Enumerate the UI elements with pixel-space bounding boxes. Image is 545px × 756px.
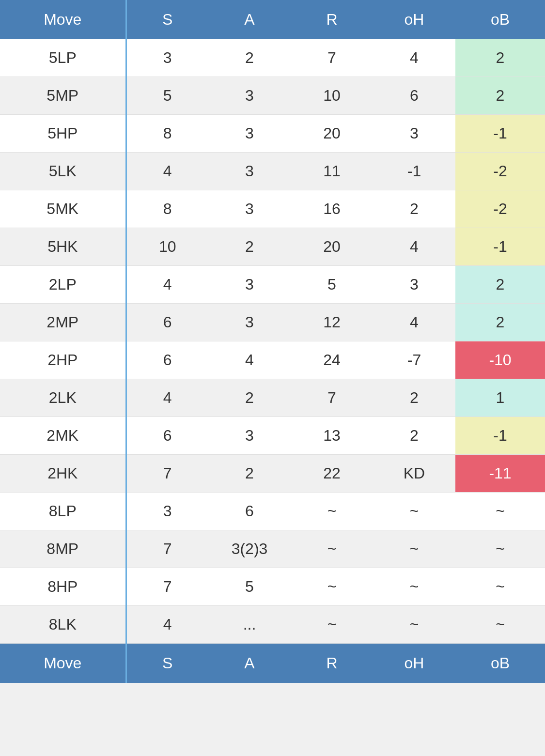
cell-oh: 3 bbox=[373, 115, 455, 153]
cell-a: 4 bbox=[208, 341, 291, 379]
cell-r: ~ bbox=[291, 606, 373, 644]
footer-row: Move S A R oH oB bbox=[0, 644, 545, 683]
cell-ob: -2 bbox=[455, 153, 545, 190]
header-oh: oH bbox=[373, 0, 455, 39]
cell-r: 11 bbox=[291, 153, 373, 190]
table-row: 8HP75~~~ bbox=[0, 568, 545, 606]
cell-r: 22 bbox=[291, 455, 373, 493]
header-r: R bbox=[291, 0, 373, 39]
table-row: 2MP631242 bbox=[0, 304, 545, 341]
header-s: S bbox=[126, 0, 208, 39]
header-a: A bbox=[208, 0, 291, 39]
frame-data-table-wrapper: Move S A R oH oB 5LP327425MP5310625HP832… bbox=[0, 0, 545, 756]
cell-a: 3 bbox=[208, 304, 291, 341]
table-row: 2HK7222KD-11 bbox=[0, 455, 545, 493]
cell-move: 2LP bbox=[0, 266, 126, 304]
cell-s: 3 bbox=[126, 39, 208, 77]
cell-ob: ~ bbox=[455, 568, 545, 606]
table-row: 8MP73(2)3~~~ bbox=[0, 530, 545, 568]
cell-move: 8LK bbox=[0, 606, 126, 644]
cell-oh: 4 bbox=[373, 228, 455, 266]
cell-ob: 2 bbox=[455, 77, 545, 115]
cell-ob: 2 bbox=[455, 304, 545, 341]
cell-move: 8HP bbox=[0, 568, 126, 606]
footer-r: R bbox=[291, 644, 373, 683]
frame-data-table: Move S A R oH oB 5LP327425MP5310625HP832… bbox=[0, 0, 545, 683]
cell-r: ~ bbox=[291, 493, 373, 530]
cell-r: 16 bbox=[291, 190, 373, 228]
cell-move: 5LP bbox=[0, 39, 126, 77]
cell-move: 5MK bbox=[0, 190, 126, 228]
cell-ob: -11 bbox=[455, 455, 545, 493]
table-row: 8LK4...~~~ bbox=[0, 606, 545, 644]
cell-oh: 4 bbox=[373, 304, 455, 341]
cell-a: 3(2)3 bbox=[208, 530, 291, 568]
cell-r: 7 bbox=[291, 39, 373, 77]
cell-oh: ~ bbox=[373, 568, 455, 606]
cell-move: 2HP bbox=[0, 341, 126, 379]
cell-move: 2MP bbox=[0, 304, 126, 341]
cell-oh: 4 bbox=[373, 39, 455, 77]
cell-ob: -1 bbox=[455, 115, 545, 153]
cell-move: 5HP bbox=[0, 115, 126, 153]
cell-a: 2 bbox=[208, 379, 291, 417]
cell-a: 3 bbox=[208, 153, 291, 190]
cell-move: 5HK bbox=[0, 228, 126, 266]
header-move: Move bbox=[0, 0, 126, 39]
cell-s: 7 bbox=[126, 455, 208, 493]
table-row: 2LP43532 bbox=[0, 266, 545, 304]
cell-a: 2 bbox=[208, 228, 291, 266]
cell-oh: ~ bbox=[373, 530, 455, 568]
cell-s: 8 bbox=[126, 190, 208, 228]
cell-oh: 2 bbox=[373, 190, 455, 228]
cell-s: 7 bbox=[126, 568, 208, 606]
cell-s: 4 bbox=[126, 606, 208, 644]
cell-move: 2LK bbox=[0, 379, 126, 417]
cell-a: ... bbox=[208, 606, 291, 644]
footer-move: Move bbox=[0, 644, 126, 683]
cell-move: 5MP bbox=[0, 77, 126, 115]
footer-a: A bbox=[208, 644, 291, 683]
cell-oh: 6 bbox=[373, 77, 455, 115]
cell-move: 8MP bbox=[0, 530, 126, 568]
cell-oh: -7 bbox=[373, 341, 455, 379]
cell-r: 20 bbox=[291, 115, 373, 153]
table-row: 5MP531062 bbox=[0, 77, 545, 115]
cell-s: 6 bbox=[126, 341, 208, 379]
cell-s: 5 bbox=[126, 77, 208, 115]
cell-r: 24 bbox=[291, 341, 373, 379]
cell-move: 2MK bbox=[0, 417, 126, 455]
cell-a: 3 bbox=[208, 417, 291, 455]
table-row: 5HK102204-1 bbox=[0, 228, 545, 266]
cell-move: 2HK bbox=[0, 455, 126, 493]
table-row: 5LK4311-1-2 bbox=[0, 153, 545, 190]
cell-oh: 3 bbox=[373, 266, 455, 304]
footer-oh: oH bbox=[373, 644, 455, 683]
cell-oh: 2 bbox=[373, 379, 455, 417]
cell-ob: -10 bbox=[455, 341, 545, 379]
cell-r: ~ bbox=[291, 568, 373, 606]
table-row: 5LP32742 bbox=[0, 39, 545, 77]
cell-s: 10 bbox=[126, 228, 208, 266]
cell-s: 4 bbox=[126, 266, 208, 304]
cell-r: 20 bbox=[291, 228, 373, 266]
cell-r: 13 bbox=[291, 417, 373, 455]
cell-s: 6 bbox=[126, 417, 208, 455]
cell-a: 6 bbox=[208, 493, 291, 530]
table-row: 2LK42721 bbox=[0, 379, 545, 417]
cell-move: 5LK bbox=[0, 153, 126, 190]
table-row: 5HP83203-1 bbox=[0, 115, 545, 153]
cell-s: 7 bbox=[126, 530, 208, 568]
cell-ob: 1 bbox=[455, 379, 545, 417]
table-row: 2MK63132-1 bbox=[0, 417, 545, 455]
cell-ob: -1 bbox=[455, 417, 545, 455]
cell-r: 7 bbox=[291, 379, 373, 417]
cell-s: 4 bbox=[126, 153, 208, 190]
cell-s: 6 bbox=[126, 304, 208, 341]
cell-a: 5 bbox=[208, 568, 291, 606]
cell-move: 8LP bbox=[0, 493, 126, 530]
cell-a: 3 bbox=[208, 115, 291, 153]
cell-r: 10 bbox=[291, 77, 373, 115]
cell-r: 5 bbox=[291, 266, 373, 304]
cell-a: 2 bbox=[208, 39, 291, 77]
